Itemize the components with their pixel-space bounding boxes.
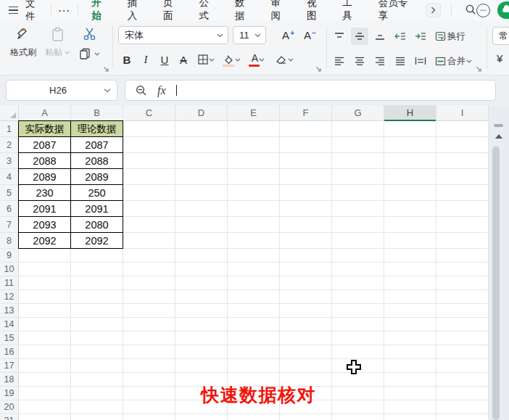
number-format-select[interactable]: 常 (492, 27, 509, 45)
column-header-G[interactable]: G (332, 105, 384, 121)
dialog-launcher-icon[interactable] (476, 66, 482, 73)
help-icon[interactable]: ... (476, 4, 490, 17)
column-header-A[interactable]: A (19, 105, 71, 121)
row-header-14[interactable]: 14 (0, 318, 19, 332)
table-cell[interactable]: 2088 (71, 153, 123, 169)
column-header-C[interactable]: C (123, 105, 175, 121)
ribbon-expand-button[interactable] (426, 3, 441, 17)
table-cell[interactable]: 2089 (71, 169, 123, 185)
dialog-launcher-icon[interactable] (103, 66, 109, 73)
underline-button[interactable]: U (156, 51, 173, 68)
gridline (19, 345, 489, 345)
row-header-3[interactable]: 3 (0, 153, 19, 169)
more-menu-icon[interactable]: ··· (59, 5, 71, 16)
distributed-button[interactable] (412, 52, 429, 70)
font-name-select[interactable]: 宋体 (118, 26, 228, 44)
table-cell[interactable]: 2089 (19, 169, 71, 185)
row-header-15[interactable]: 15 (0, 332, 19, 345)
copy-button[interactable] (79, 48, 100, 60)
hamburger-icon[interactable] (9, 7, 18, 15)
currency-button[interactable]: ¥ (497, 52, 502, 65)
merge-cells-button[interactable]: 合并 (432, 52, 475, 70)
table-header-cell[interactable]: 理论数据 (71, 121, 123, 137)
row-header-7[interactable]: 7 (0, 217, 19, 233)
wrap-text-button[interactable]: 换行 (432, 28, 468, 45)
fx-icon[interactable]: fx (157, 84, 166, 97)
table-header-cell[interactable]: 实际数据 (19, 121, 71, 137)
font-size-select[interactable]: 11 (233, 26, 266, 44)
row-header-13[interactable]: 13 (0, 304, 19, 318)
table-cell[interactable]: 2091 (71, 201, 123, 217)
italic-button[interactable]: I (137, 51, 154, 68)
split-handle[interactable] (494, 124, 503, 127)
paste-button[interactable]: 粘贴 (45, 26, 70, 75)
strikethrough-button[interactable]: A (175, 51, 192, 68)
cloud-sync-button[interactable] (497, 1, 509, 19)
divider (451, 5, 452, 15)
dialog-launcher-icon[interactable] (315, 66, 322, 73)
table-cell[interactable]: 2093 (19, 217, 71, 233)
align-center-button[interactable] (351, 52, 368, 70)
row-header-12[interactable]: 12 (0, 290, 19, 304)
row-header-5[interactable]: 5 (0, 185, 19, 201)
clear-format-button[interactable] (272, 51, 297, 68)
column-header-E[interactable]: E (228, 105, 280, 121)
row-header-4[interactable]: 4 (0, 169, 19, 185)
scroll-up-arrow[interactable] (495, 134, 502, 139)
align-left-button[interactable] (331, 52, 348, 70)
font-group: 宋体 11 A+ A− B I U A (118, 20, 323, 75)
fill-color-button[interactable] (220, 51, 244, 68)
row-header-21[interactable]: 21 (0, 414, 19, 420)
decrease-font-button[interactable]: A− (301, 27, 318, 44)
table-cell[interactable]: 250 (71, 185, 123, 201)
row-header-2[interactable]: 2 (0, 137, 19, 153)
column-header-D[interactable]: D (175, 105, 228, 121)
table-cell[interactable]: 230 (19, 185, 71, 201)
chevron-down-icon (104, 88, 111, 93)
eraser-icon (276, 54, 287, 65)
vertical-scrollbar[interactable] (489, 105, 509, 420)
row-header-10[interactable]: 10 (0, 263, 19, 276)
scrollbar-thumb[interactable] (492, 147, 500, 420)
bold-button[interactable]: B (118, 51, 136, 68)
table-cell[interactable]: 2087 (71, 137, 123, 153)
format-painter-button[interactable]: 格式刷 (10, 26, 36, 75)
table-cell[interactable]: 2080 (71, 217, 123, 233)
align-middle-button[interactable] (351, 28, 368, 45)
table-cell[interactable]: 2092 (71, 233, 123, 249)
select-all-corner[interactable] (0, 105, 19, 121)
row-header-9[interactable]: 9 (0, 249, 19, 263)
row-header-20[interactable]: 20 (0, 400, 19, 414)
justify-button[interactable] (392, 52, 409, 70)
name-box[interactable]: H26 (6, 80, 117, 101)
spreadsheet-grid[interactable]: ABCDEFGHI 123456789101112131415161718192… (0, 105, 509, 420)
cut-button[interactable] (82, 26, 98, 45)
row-header-17[interactable]: 17 (0, 359, 19, 373)
column-header-B[interactable]: B (71, 105, 123, 121)
formula-input[interactable]: fx (125, 80, 496, 101)
increase-font-button[interactable]: A+ (279, 27, 297, 44)
align-right-button[interactable] (371, 52, 389, 70)
row-header-16[interactable]: 16 (0, 345, 19, 359)
table-cell[interactable]: 2088 (19, 153, 71, 169)
table-cell[interactable]: 2092 (19, 233, 71, 249)
table-cell[interactable]: 2087 (19, 137, 71, 153)
font-color-button[interactable]: A (246, 51, 270, 68)
column-header-I[interactable]: I (436, 105, 489, 121)
align-bottom-button[interactable] (371, 28, 389, 45)
row-header-6[interactable]: 6 (0, 201, 19, 217)
cell-cursor-icon (346, 359, 362, 375)
search-icon[interactable] (465, 4, 476, 17)
row-header-19[interactable]: 19 (0, 387, 19, 400)
column-header-H[interactable]: H (384, 105, 436, 121)
table-cell[interactable]: 2091 (19, 201, 71, 217)
increase-indent-button[interactable] (412, 28, 429, 45)
column-header-F[interactable]: F (280, 105, 332, 121)
row-header-1[interactable]: 1 (0, 121, 19, 137)
align-top-button[interactable] (331, 28, 348, 45)
row-header-11[interactable]: 11 (0, 276, 19, 290)
borders-button[interactable] (194, 51, 218, 68)
row-header-8[interactable]: 8 (0, 233, 19, 249)
decrease-indent-button[interactable] (392, 28, 409, 45)
row-header-18[interactable]: 18 (0, 373, 19, 387)
